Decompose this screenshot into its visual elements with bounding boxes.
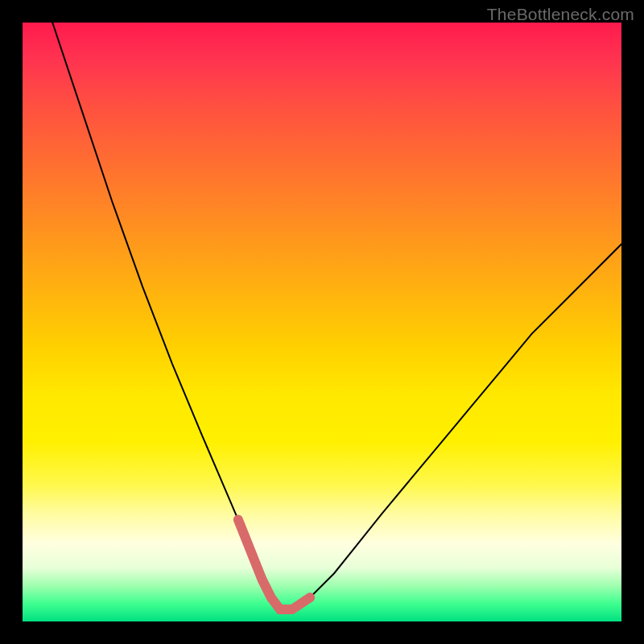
curve-minimum-highlight — [238, 520, 310, 610]
plot-area — [23, 23, 621, 621]
chart-frame: TheBottleneck.com — [0, 0, 644, 644]
chart-svg — [23, 23, 621, 621]
watermark-text: TheBottleneck.com — [487, 5, 634, 24]
bottleneck-curve — [52, 23, 621, 609]
